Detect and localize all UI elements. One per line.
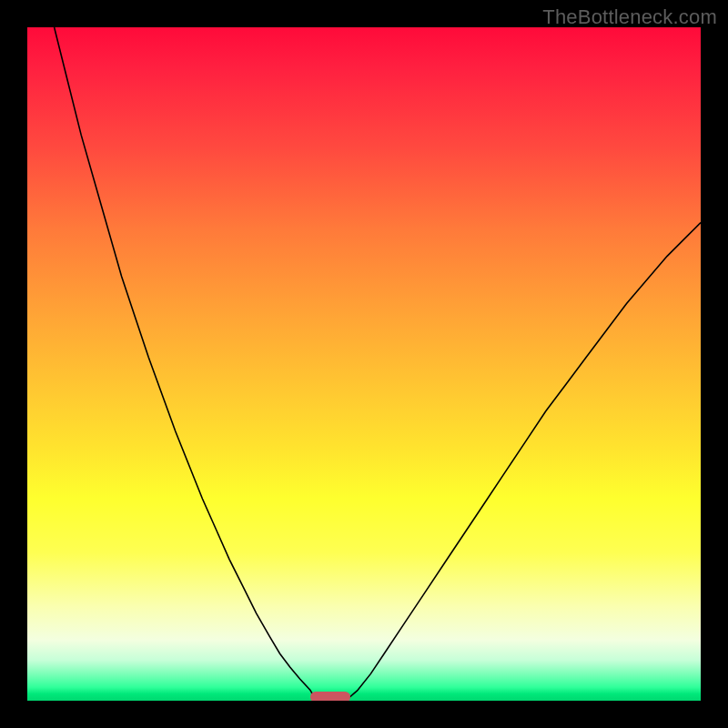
chart-frame: TheBottleneck.com xyxy=(0,0,728,728)
curve-layer xyxy=(27,27,701,701)
plot-area xyxy=(27,27,701,701)
right-curve-path xyxy=(348,223,702,700)
watermark-text: TheBottleneck.com xyxy=(542,5,717,29)
optimal-range-marker xyxy=(310,692,350,701)
left-curve-path xyxy=(55,27,316,700)
